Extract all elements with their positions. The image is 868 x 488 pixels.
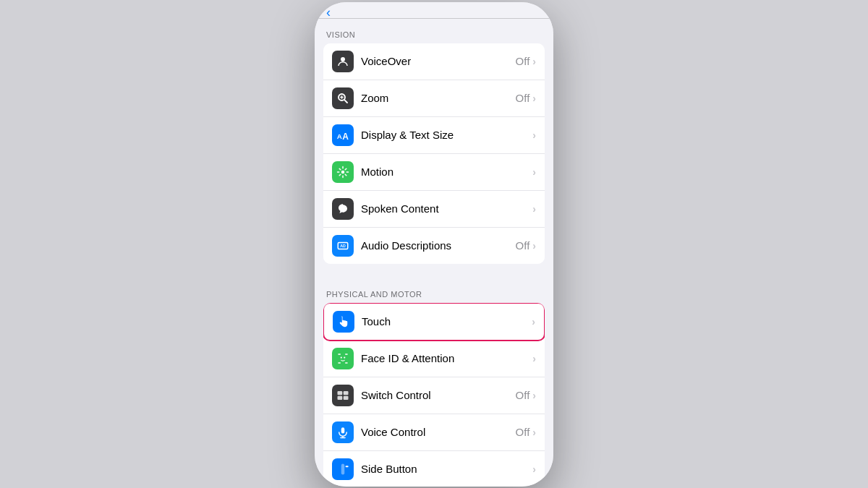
list-item-spoken-content[interactable]: Spoken Content› <box>323 191 545 228</box>
list-item-voiceover[interactable]: VoiceOverOff› <box>323 43 545 80</box>
svg-rect-13 <box>345 362 348 364</box>
list-group-vision: VoiceOverOff›ZoomOff›AADisplay & Text Si… <box>323 43 545 264</box>
zoom-chevron-icon: › <box>532 93 536 104</box>
svg-text:A: A <box>342 132 349 142</box>
audio-descriptions-label: Audio Descriptions <box>361 239 516 252</box>
svg-rect-19 <box>344 395 349 399</box>
list-item-motion[interactable]: Motion› <box>323 154 545 191</box>
zoom-label: Zoom <box>361 92 516 104</box>
svg-point-14 <box>341 356 342 358</box>
side-button-chevron-icon: › <box>532 463 536 475</box>
list-item-face-id[interactable]: Face ID & Attention› <box>323 341 545 377</box>
svg-line-2 <box>344 99 347 102</box>
list-item-zoom[interactable]: ZoomOff› <box>323 80 545 117</box>
face-id-chevron-icon: › <box>532 353 536 364</box>
svg-rect-11 <box>345 354 348 355</box>
voiceover-chevron-icon: › <box>532 56 536 67</box>
motion-chevron-icon: › <box>532 166 536 178</box>
list-item-display-text-size[interactable]: AADisplay & Text Size› <box>323 117 545 154</box>
switch-control-chevron-icon: › <box>532 390 536 401</box>
audio-descriptions-value: Off <box>516 239 530 252</box>
svg-point-15 <box>344 356 345 358</box>
voice-control-label: Voice Control <box>361 426 516 438</box>
svg-rect-18 <box>338 395 343 399</box>
audio-descriptions-icon: AD <box>332 235 354 257</box>
nav-bar: ‹ <box>315 2 553 19</box>
spoken-content-icon <box>332 198 354 220</box>
voice-control-icon <box>332 421 354 443</box>
motion-icon <box>332 161 354 183</box>
list-group-physical-motor: Touch›Face ID & Attention›Switch Control… <box>323 303 545 487</box>
voice-control-value: Off <box>516 426 530 438</box>
content-scroll[interactable]: VISIONVoiceOverOff›ZoomOff›AADisplay & T… <box>315 19 553 487</box>
svg-rect-17 <box>344 391 349 395</box>
face-id-icon <box>332 348 354 369</box>
display-text-size-icon: AA <box>332 124 354 146</box>
touch-icon <box>333 311 354 333</box>
list-item-touch[interactable]: Touch› <box>323 303 545 341</box>
touch-label: Touch <box>362 315 532 328</box>
motion-label: Motion <box>361 166 532 178</box>
svg-rect-16 <box>338 391 343 395</box>
voice-control-chevron-icon: › <box>532 427 536 438</box>
svg-point-7 <box>341 170 345 174</box>
svg-rect-10 <box>338 354 341 355</box>
section-label-physical-motor: PHYSICAL AND MOTOR <box>315 278 553 303</box>
back-chevron-icon: ‹ <box>326 6 331 19</box>
display-text-size-chevron-icon: › <box>532 129 536 141</box>
section-label-vision: VISION <box>315 19 553 43</box>
voiceover-value: Off <box>516 55 530 67</box>
svg-rect-12 <box>338 362 341 364</box>
svg-text:A: A <box>337 132 342 140</box>
side-button-icon <box>332 458 354 480</box>
display-text-size-label: Display & Text Size <box>361 129 532 141</box>
phone-frame: ‹ VISIONVoiceOverOff›ZoomOff›AADisplay &… <box>315 2 553 487</box>
spoken-content-label: Spoken Content <box>361 202 532 215</box>
list-item-switch-control[interactable]: Switch ControlOff› <box>323 377 545 414</box>
switch-control-value: Off <box>516 389 530 401</box>
side-button-label: Side Button <box>361 463 532 475</box>
voiceover-label: VoiceOver <box>361 55 516 67</box>
list-item-audio-descriptions[interactable]: ADAudio DescriptionsOff› <box>323 228 545 264</box>
list-item-side-button[interactable]: Side Button› <box>323 451 545 487</box>
zoom-value: Off <box>516 92 530 104</box>
voiceover-icon <box>332 51 354 72</box>
svg-rect-20 <box>341 427 345 433</box>
svg-rect-23 <box>341 463 345 474</box>
face-id-label: Face ID & Attention <box>361 352 532 364</box>
zoom-icon <box>332 87 354 109</box>
svg-point-0 <box>341 57 345 61</box>
svg-text:AD: AD <box>340 244 346 248</box>
switch-control-icon <box>332 385 354 406</box>
back-button[interactable]: ‹ <box>326 6 332 19</box>
spoken-content-chevron-icon: › <box>532 203 536 215</box>
list-item-voice-control[interactable]: Voice ControlOff› <box>323 414 545 451</box>
switch-control-label: Switch Control <box>361 389 516 401</box>
audio-descriptions-chevron-icon: › <box>532 240 536 252</box>
touch-chevron-icon: › <box>532 316 535 328</box>
